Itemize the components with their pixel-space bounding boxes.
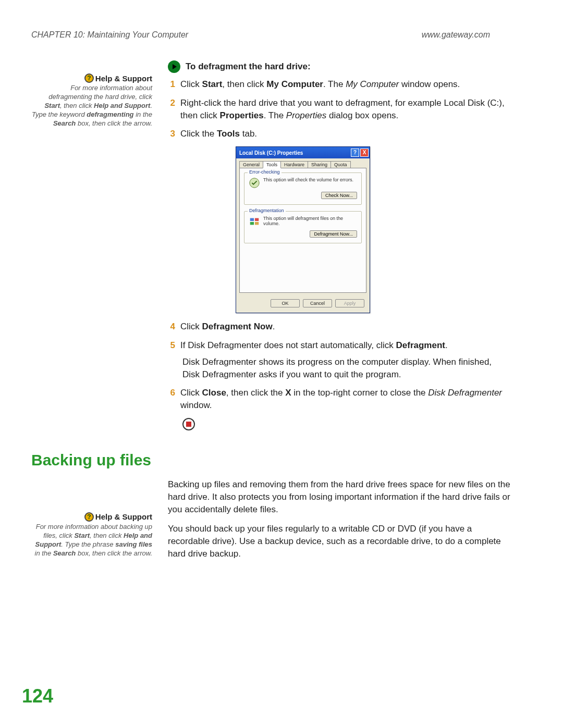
step-5: 5 If Disk Defragmenter does not start au… [168, 339, 511, 352]
help-body-1: For more information about defragmenting… [31, 84, 152, 128]
backup-p1: Backing up files and removing them from … [168, 478, 511, 515]
titlebar-help-button[interactable]: ? [351, 149, 359, 157]
document-page: CHAPTER 10: Maintaining Your Computer ww… [0, 0, 563, 728]
help-box-1: ? Help & Support For more information ab… [31, 73, 152, 128]
step-4: 4 Click Defragment Now. [168, 320, 511, 333]
defragmentation-legend: Defragmentation [248, 208, 286, 213]
defrag-icon [249, 216, 260, 227]
error-checking-legend: Error-checking [248, 169, 282, 175]
step-1: 1 Click Start, then click My Computer. T… [168, 78, 511, 91]
help-box-2: ? Help & Support For more information ab… [31, 512, 152, 558]
dialog-body: Error-checking This option will check th… [239, 168, 366, 293]
svg-rect-1 [250, 218, 254, 221]
apply-button[interactable]: Apply [335, 299, 364, 307]
tab-sharing[interactable]: Sharing [308, 161, 331, 168]
sidebar: ? Help & Support For more information ab… [31, 60, 152, 430]
disk-check-icon [249, 177, 260, 189]
properties-dialog: Local Disk (C:) Properties ? X General T… [236, 146, 370, 313]
backing-up-heading: Backing up files [31, 451, 511, 469]
error-checking-text: This option will check the volume for er… [263, 177, 353, 182]
defragment-now-button[interactable]: Defragment Now... [310, 230, 357, 238]
defragmentation-text: This option will defragment files on the… [263, 216, 357, 226]
titlebar-close-button[interactable]: X [360, 149, 369, 157]
dialog-titlebar: Local Disk (C:) Properties ? X [236, 147, 370, 158]
step-6: 6 Click Close, then click the X in the t… [168, 387, 511, 412]
main-content: To defragment the hard drive: 1 Click St… [168, 60, 511, 430]
dialog-title: Local Disk (C:) Properties [239, 150, 303, 156]
dialog-tabs: General Tools Hardware Sharing Quota [236, 158, 370, 168]
tab-hardware[interactable]: Hardware [280, 161, 308, 168]
heading-text: To defragment the hard drive: [186, 61, 311, 72]
step-5-extra: Disk Defragmenter shows its progress on … [182, 356, 511, 381]
tab-general[interactable]: General [239, 161, 263, 168]
question-icon: ? [84, 73, 94, 83]
step-3: 3 Click the Tools tab. [168, 128, 511, 140]
sidebar-2: ? Help & Support For more information ab… [31, 478, 152, 567]
defragmentation-group: Defragmentation This option will defragm… [244, 211, 362, 243]
page-header: CHAPTER 10: Maintaining Your Computer ww… [31, 30, 511, 40]
backup-p2: You should back up your files regularly … [168, 523, 511, 560]
section-heading: To defragment the hard drive: [168, 60, 511, 73]
tab-quota[interactable]: Quota [331, 161, 351, 168]
backup-body: Backing up files and removing them from … [168, 478, 511, 567]
help-title-1: Help & Support [95, 74, 152, 83]
dialog-footer: OK Cancel Apply [236, 296, 370, 313]
step-2: 2 Right-click the hard drive that you wa… [168, 97, 511, 122]
play-icon [168, 60, 180, 73]
stop-icon [182, 418, 195, 430]
chapter-label: CHAPTER 10: Maintaining Your Computer [31, 30, 188, 40]
error-checking-group: Error-checking This option will check th… [244, 172, 362, 205]
help-body-2: For more information about backing up fi… [31, 523, 152, 558]
page-number: 124 [22, 685, 53, 707]
question-icon: ? [84, 512, 94, 522]
svg-rect-2 [255, 218, 259, 221]
site-label: www.gateway.com [422, 30, 490, 40]
tab-tools[interactable]: Tools [263, 161, 281, 168]
check-now-button[interactable]: Check Now... [321, 192, 357, 199]
cancel-button[interactable]: Cancel [303, 299, 332, 307]
svg-rect-3 [250, 222, 254, 225]
ok-button[interactable]: OK [271, 299, 300, 307]
help-title-2: Help & Support [95, 512, 152, 521]
svg-rect-4 [255, 222, 259, 225]
